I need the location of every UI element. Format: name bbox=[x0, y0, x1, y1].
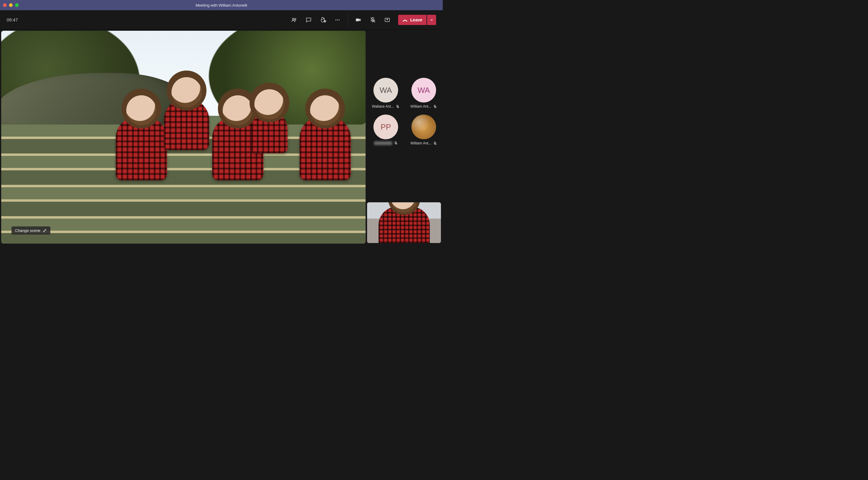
meeting-toolbar: 09:47 bbox=[0, 10, 443, 30]
participant-tile[interactable]: WA William Ant... bbox=[408, 78, 440, 109]
svg-point-4 bbox=[325, 21, 326, 21]
hangup-icon bbox=[402, 17, 408, 23]
mic-toggle-button[interactable] bbox=[366, 14, 380, 26]
leave-button-label: Leave bbox=[410, 18, 422, 22]
avatar: PP bbox=[373, 115, 398, 139]
svg-point-3 bbox=[324, 21, 325, 21]
change-scene-label: Change scene bbox=[15, 228, 40, 233]
mic-muted-icon bbox=[396, 104, 400, 109]
participant-label-row: William Ant... bbox=[410, 141, 437, 145]
participants-sidebar: WA Wallace Ant... WA William Ant... bbox=[367, 30, 443, 245]
avatar: WA bbox=[411, 78, 436, 102]
participant-tile[interactable]: William Ant... bbox=[408, 115, 440, 145]
participant-label-row bbox=[374, 141, 398, 145]
edit-icon bbox=[43, 229, 47, 233]
mic-muted-icon bbox=[394, 141, 398, 145]
avatar: WA bbox=[373, 78, 398, 102]
chat-icon bbox=[305, 17, 312, 23]
participant-tile[interactable]: PP bbox=[370, 115, 402, 145]
maximize-window-button[interactable] bbox=[15, 3, 19, 7]
svg-point-0 bbox=[292, 18, 294, 20]
participant-name: William Ant... bbox=[410, 141, 431, 145]
avatar-initials: WA bbox=[418, 86, 430, 95]
participant-name: Wallace Ant... bbox=[372, 104, 394, 109]
chevron-down-icon bbox=[430, 18, 434, 22]
main-stage: Change scene bbox=[1, 31, 366, 244]
people-button[interactable] bbox=[287, 14, 301, 26]
avatar-initials: WA bbox=[380, 86, 392, 95]
change-scene-button[interactable]: Change scene bbox=[11, 227, 50, 235]
svg-point-5 bbox=[336, 19, 336, 20]
together-mode-scene: Change scene bbox=[1, 31, 366, 244]
reactions-button[interactable] bbox=[316, 14, 330, 26]
self-view[interactable] bbox=[367, 202, 441, 243]
participant-name: William Ant... bbox=[410, 104, 431, 109]
leave-button[interactable]: Leave bbox=[398, 15, 427, 25]
toolbar-right-group: Leave bbox=[287, 14, 436, 26]
leave-dropdown-button[interactable] bbox=[427, 15, 436, 25]
close-window-button[interactable] bbox=[3, 3, 7, 7]
minimize-window-button[interactable] bbox=[9, 3, 13, 7]
more-actions-button[interactable] bbox=[330, 14, 345, 26]
window-title: Meeting with William Antonelli bbox=[195, 3, 247, 7]
reactions-icon bbox=[320, 17, 327, 23]
share-button[interactable] bbox=[380, 14, 395, 26]
app-window: Meeting with William Antonelli 09:47 bbox=[0, 0, 443, 245]
participant-name bbox=[374, 142, 392, 145]
more-icon bbox=[334, 17, 341, 23]
svg-point-1 bbox=[295, 19, 296, 20]
self-view-video bbox=[378, 207, 430, 243]
participant-label-row: Wallace Ant... bbox=[372, 104, 400, 109]
participant-tile[interactable]: WA Wallace Ant... bbox=[370, 78, 402, 109]
mic-muted-icon bbox=[433, 104, 437, 109]
scene-participant bbox=[116, 117, 167, 180]
participant-label-row: William Ant... bbox=[410, 104, 437, 109]
svg-point-6 bbox=[337, 19, 338, 20]
svg-point-7 bbox=[339, 19, 340, 20]
scene-participant bbox=[164, 99, 209, 150]
mic-muted-icon bbox=[370, 17, 376, 23]
content-area: Change scene WA Wallace Ant... bbox=[0, 30, 443, 245]
mic-muted-icon bbox=[433, 142, 437, 145]
chat-button[interactable] bbox=[301, 14, 316, 26]
avatar-initials: PP bbox=[381, 122, 391, 132]
avatar bbox=[411, 115, 436, 139]
scene-participant bbox=[300, 117, 351, 180]
people-icon bbox=[291, 17, 298, 23]
titlebar: Meeting with William Antonelli bbox=[0, 0, 443, 10]
toolbar-separator bbox=[348, 14, 348, 25]
camera-toggle-button[interactable] bbox=[351, 14, 366, 26]
meeting-timer: 09:47 bbox=[7, 17, 18, 22]
svg-rect-8 bbox=[356, 19, 359, 21]
participants-grid: WA Wallace Ant... WA William Ant... bbox=[367, 78, 443, 145]
camera-icon bbox=[355, 17, 362, 23]
share-icon bbox=[384, 17, 390, 23]
scene-participant bbox=[251, 111, 287, 153]
window-controls bbox=[3, 3, 19, 7]
